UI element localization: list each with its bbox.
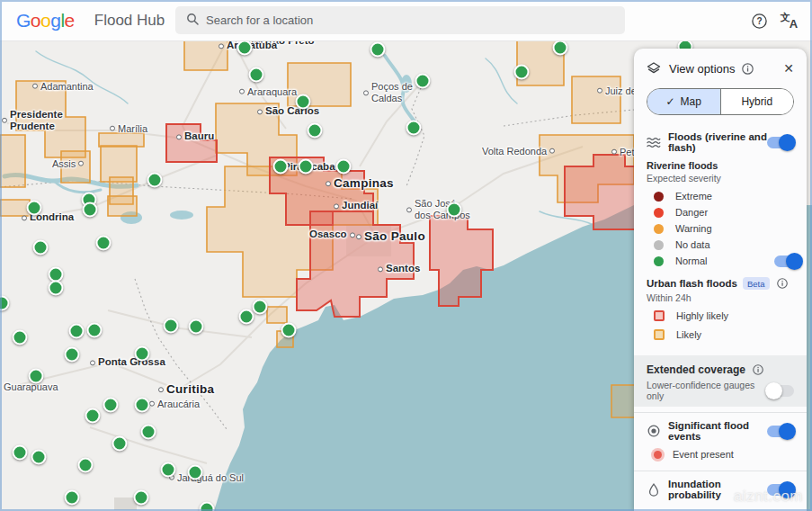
severity-label: Extreme <box>675 191 712 202</box>
city-label: Volta Redonda <box>482 146 555 157</box>
city-dot-icon <box>611 149 617 155</box>
city-dot-icon <box>90 360 95 365</box>
severity-swatch <box>654 256 664 266</box>
riverine-floods-title: Riverine floods <box>647 160 794 171</box>
floods-toggle-label: Floods (riverine and flash) <box>668 131 767 153</box>
city-label: São Carlos <box>257 105 319 117</box>
city-label: Jaraguá do Sul <box>169 472 244 484</box>
gauge-marker-normal[interactable] <box>299 159 314 175</box>
gauge-marker-normal[interactable] <box>13 445 28 461</box>
gauge-marker-normal[interactable] <box>135 398 150 413</box>
gauge-marker-normal[interactable] <box>85 408 101 424</box>
help-icon[interactable]: ? <box>747 9 771 32</box>
city-dot-icon <box>239 89 245 94</box>
extended-coverage-subtitle: Lower-confidence gauges only <box>647 380 767 401</box>
gauge-marker-normal[interactable] <box>65 347 80 363</box>
urban-swatch <box>654 329 665 340</box>
extended-coverage-toggle[interactable] <box>767 385 794 397</box>
flood-hub-app: Ribeirão PretoAraçatubaAdamantinaPreside… <box>0 0 812 511</box>
flood-event-icon <box>647 425 661 437</box>
gauge-marker-normal[interactable] <box>253 300 268 315</box>
city-dot-icon <box>219 43 224 49</box>
city-dot-icon <box>378 266 383 272</box>
gauge-marker-normal[interactable] <box>249 67 264 83</box>
event-present-swatch <box>654 451 662 459</box>
gauge-marker-normal[interactable] <box>553 40 568 56</box>
expected-severity-subtitle: Expected severity <box>647 173 794 184</box>
gauge-marker-normal[interactable] <box>69 324 85 339</box>
gauge-marker-normal[interactable] <box>296 94 311 110</box>
city-label: Assis <box>52 158 84 170</box>
extended-info-icon[interactable] <box>753 364 763 375</box>
gauge-marker-normal[interactable] <box>13 330 28 345</box>
map-type-hybrid[interactable]: Hybrid <box>720 89 794 114</box>
floods-toggle[interactable] <box>767 137 794 148</box>
significant-flood-events-toggle[interactable] <box>767 426 794 437</box>
city-label: Poços de Caldas <box>363 81 413 103</box>
severity-label: No data <box>675 239 710 250</box>
gauge-marker-normal[interactable] <box>65 490 80 506</box>
event-present-label: Event present <box>673 449 734 460</box>
urban-item: Highly likely <box>654 307 794 324</box>
gauge-marker-normal[interactable] <box>239 309 254 325</box>
gauge-marker-normal[interactable] <box>78 458 94 473</box>
gauge-marker-normal[interactable] <box>96 236 112 251</box>
severity-swatch <box>654 192 664 202</box>
city-dot-icon <box>78 161 84 166</box>
translate-icon[interactable]: 文A <box>778 9 801 32</box>
gauge-marker-normal[interactable] <box>29 369 44 384</box>
severity-swatch <box>654 208 664 218</box>
gauge-marker-normal[interactable] <box>27 201 42 216</box>
gauge-marker-normal[interactable] <box>31 450 47 465</box>
gauge-marker-normal[interactable] <box>161 462 176 478</box>
gauge-marker-normal[interactable] <box>49 281 64 296</box>
google-logo[interactable]: Google <box>16 10 75 31</box>
gauge-marker-normal[interactable] <box>447 202 462 218</box>
gauge-marker-normal[interactable] <box>200 502 215 511</box>
urban-flash-floods-title: Urban flash floods <box>647 278 737 289</box>
view-options-panel: View options ✕ ✓MapHybrid Floods (riveri… <box>634 49 807 511</box>
gauge-marker-normal[interactable] <box>103 398 119 413</box>
severity-legend: ExtremeDangerWarningNo dataNormal <box>647 188 794 269</box>
urban-info-icon[interactable] <box>777 278 788 289</box>
city-label: Marília <box>110 123 147 135</box>
severity-item: Normal <box>654 253 794 269</box>
gauge-marker-normal[interactable] <box>336 159 352 175</box>
city-label: Santos <box>378 263 420 274</box>
gauge-marker-normal[interactable] <box>514 65 530 80</box>
app-title: Flood Hub <box>94 12 165 30</box>
severity-item: Extreme <box>654 188 794 204</box>
gauge-marker-normal[interactable] <box>370 42 386 58</box>
map-type-map[interactable]: ✓Map <box>647 89 720 114</box>
gauge-marker-normal[interactable] <box>164 318 179 334</box>
within-24h-subtitle: Within 24h <box>647 292 794 303</box>
city-label: Presidente Prudente <box>2 109 63 132</box>
gauge-marker-normal[interactable] <box>33 240 49 256</box>
gauge-marker-normal[interactable] <box>406 121 422 136</box>
urban-label: Likely <box>676 329 701 340</box>
gauge-marker-normal[interactable] <box>112 436 128 452</box>
gauge-marker-normal[interactable] <box>134 490 149 506</box>
normal-gauges-toggle[interactable] <box>774 256 801 267</box>
gauge-marker-normal[interactable] <box>189 319 204 335</box>
gauge-marker-normal[interactable] <box>135 346 150 362</box>
city-dot-icon <box>257 109 263 114</box>
gauge-marker-normal[interactable] <box>87 323 103 338</box>
gauge-marker-normal[interactable] <box>308 123 323 139</box>
gauge-marker-normal[interactable] <box>83 202 98 218</box>
city-dot-icon <box>176 134 182 139</box>
urban-item: Likely <box>654 326 794 343</box>
severity-label: Warning <box>675 223 712 234</box>
gauge-marker-normal[interactable] <box>281 323 297 338</box>
gauge-marker-normal[interactable] <box>188 465 203 480</box>
info-icon[interactable] <box>742 63 754 75</box>
gauge-marker-normal[interactable] <box>237 40 253 56</box>
logo-letter: g <box>50 10 60 31</box>
search-input[interactable]: Search for a location <box>175 6 625 34</box>
close-icon[interactable]: ✕ <box>783 62 794 75</box>
city-dot-icon <box>549 148 555 154</box>
gauge-marker-normal[interactable] <box>147 173 163 188</box>
gauge-marker-normal[interactable] <box>141 425 156 440</box>
gauge-marker-normal[interactable] <box>415 74 431 89</box>
gauge-marker-normal[interactable] <box>273 159 289 175</box>
